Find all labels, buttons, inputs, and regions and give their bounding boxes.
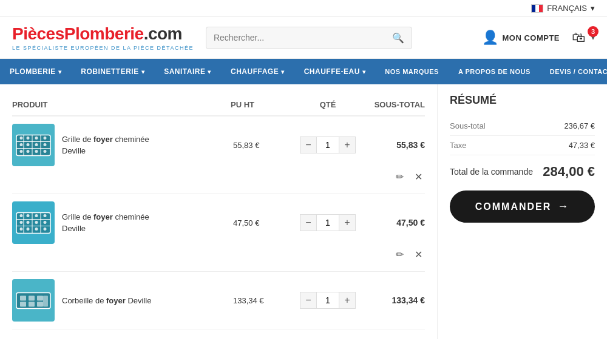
search-input[interactable] <box>206 27 385 48</box>
product-cell-3: Corbeille de foyer Deville <box>12 279 231 322</box>
remove-button-2[interactable]: ✕ <box>412 248 425 261</box>
nav-item-nos-marques[interactable]: NOS MARQUES <box>375 59 449 84</box>
product-qty-cell-2: − + <box>291 214 364 231</box>
commander-button[interactable]: COMMANDER → <box>450 190 595 223</box>
nav-chevron-robinetterie: ▾ <box>141 69 145 75</box>
qty-decrease-1[interactable]: − <box>300 136 317 153</box>
qty-decrease-3[interactable]: − <box>300 292 317 309</box>
nav-label-sanitaire: SANITAIRE <box>164 67 205 76</box>
cart-table-header: PRODUIT PU HT QTÉ SOUS-TOTAL <box>12 94 425 116</box>
search-button[interactable]: 🔍 <box>385 27 412 49</box>
nav-item-chauffe-eau[interactable]: CHAUFFE-EAU ▾ <box>294 59 376 84</box>
cart-badge: 3 <box>588 26 599 37</box>
nav-item-chauffage[interactable]: CHAUFFAGE ▾ <box>221 59 294 84</box>
edit-button-2[interactable]: ✏ <box>393 248 406 261</box>
svg-point-26 <box>20 214 23 217</box>
top-bar: FRANÇAIS ▾ <box>0 0 607 17</box>
svg-point-10 <box>27 136 30 140</box>
svg-rect-43 <box>20 302 26 306</box>
remove-button-1[interactable]: ✕ <box>412 170 425 184</box>
logo-title: PiècesPlomberie.com <box>12 24 194 44</box>
cart-row-actions-2: ✏ ✕ <box>12 244 425 264</box>
nav-item-devis[interactable]: DEVIS / CONTACT <box>540 59 607 84</box>
qty-increase-3[interactable]: + <box>339 292 356 309</box>
svg-point-36 <box>44 221 47 224</box>
edit-button-1[interactable]: ✏ <box>393 170 406 184</box>
nav-label-robinetterie: ROBINETTERIE <box>81 67 138 76</box>
col-header-qte: QTÉ <box>291 100 364 109</box>
account-button[interactable]: 👤 MON COMPTE <box>482 30 560 46</box>
cart-row-main-1: Grille de foyer cheminéeDeville 55,83 € … <box>12 124 425 166</box>
main-content: PRODUIT PU HT QTÉ SOUS-TOTAL <box>0 84 607 339</box>
product-cell-1: Grille de foyer cheminéeDeville <box>12 124 231 166</box>
svg-point-32 <box>35 214 38 217</box>
total-label: Total de la commande <box>450 166 533 177</box>
logo-subtitle: LE SPÉCIALISTE EUROPÉEN DE LA PIÈCE DÉTA… <box>12 45 194 51</box>
svg-point-37 <box>44 228 47 231</box>
nav-label-nos-marques: NOS MARQUES <box>385 68 439 75</box>
cart-button[interactable]: 🛍 3 ▾ <box>572 30 595 46</box>
product-image-1 <box>15 129 52 162</box>
qty-input-2[interactable] <box>317 214 339 231</box>
svg-point-11 <box>27 143 30 146</box>
summary-line-sous-total: Sous-total 236,67 € <box>450 116 595 136</box>
product-qty-cell-1: − + <box>291 136 364 153</box>
cart-icon: 🛍 <box>572 30 585 46</box>
product-thumb-2 <box>12 201 55 244</box>
qty-decrease-2[interactable]: − <box>300 214 317 231</box>
cart-row-main-3: Corbeille de foyer Deville 133,34 € − + … <box>12 279 425 322</box>
qty-input-3[interactable] <box>317 292 339 309</box>
nav-label-chauffage: CHAUFFAGE <box>231 67 279 76</box>
language-label: FRANÇAIS <box>547 4 587 13</box>
svg-point-33 <box>35 221 38 224</box>
svg-point-18 <box>44 150 47 153</box>
cart-row-actions-1: ✏ ✕ <box>12 166 425 186</box>
svg-rect-42 <box>37 295 43 300</box>
product-price-2: 47,50 € <box>231 218 291 228</box>
summary-section: RÉSUMÉ Sous-total 236,67 € Taxe 47,33 € … <box>437 84 607 339</box>
sous-total-label: Sous-total <box>450 121 486 130</box>
svg-point-35 <box>44 214 47 217</box>
svg-point-34 <box>35 228 38 231</box>
nav-item-plomberie[interactable]: PLOMBERIE ▾ <box>0 59 71 84</box>
cart-row: Grille de foyer cheminéeDeville 55,83 € … <box>12 116 425 194</box>
svg-point-28 <box>20 228 23 231</box>
nav-item-a-propos[interactable]: A PROPOS DE NOUS <box>449 59 540 84</box>
search-bar: 🔍 <box>206 27 412 49</box>
cart-section: PRODUIT PU HT QTÉ SOUS-TOTAL <box>0 84 437 339</box>
summary-line-taxe: Taxe 47,33 € <box>450 136 595 155</box>
product-subtotal-1: 55,83 € <box>364 140 425 150</box>
lang-chevron-icon: ▾ <box>591 4 595 13</box>
commander-label: COMMANDER <box>475 201 552 212</box>
logo[interactable]: PiècesPlomberie.com LE SPÉCIALISTE EUROP… <box>12 24 194 51</box>
language-selector[interactable]: FRANÇAIS ▾ <box>531 4 595 13</box>
taxe-label: Taxe <box>450 141 466 150</box>
product-cell-2: Grille de foyer cheminéeDeville <box>12 201 231 244</box>
total-value: 284,00 € <box>543 164 595 180</box>
qty-input-1[interactable] <box>317 136 339 153</box>
nav-chevron-sanitaire: ▾ <box>208 69 211 75</box>
cart-row-3: Corbeille de foyer Deville 133,34 € − + … <box>12 272 425 329</box>
svg-point-15 <box>35 150 38 153</box>
product-name-2: Grille de foyer cheminéeDeville <box>62 211 149 235</box>
product-thumb-3 <box>12 279 55 322</box>
nav-item-sanitaire[interactable]: SANITAIRE ▾ <box>154 59 221 84</box>
svg-point-7 <box>20 136 23 140</box>
qty-increase-2[interactable]: + <box>339 214 356 231</box>
svg-rect-41 <box>29 295 35 300</box>
main-nav: PLOMBERIE ▾ ROBINETTERIE ▾ SANITAIRE ▾ C… <box>0 59 607 84</box>
product-name-3: Corbeille de foyer Deville <box>62 295 151 307</box>
cart-row-main-2: Grille de foyer cheminéeDeville 47,50 € … <box>12 201 425 244</box>
nav-label-devis: DEVIS / CONTACT <box>550 67 607 76</box>
product-image-3 <box>15 284 52 317</box>
nav-item-robinetterie[interactable]: ROBINETTERIE ▾ <box>71 59 154 84</box>
qty-increase-1[interactable]: + <box>339 136 356 153</box>
header: PiècesPlomberie.com LE SPÉCIALISTE EUROP… <box>0 17 607 59</box>
product-subtotal-3: 133,34 € <box>364 295 425 305</box>
nav-label-plomberie: PLOMBERIE <box>10 67 56 76</box>
nav-label-chauffe-eau: CHAUFFE-EAU <box>304 67 360 76</box>
account-icon: 👤 <box>482 30 499 46</box>
svg-point-14 <box>35 143 38 146</box>
product-price-1: 55,83 € <box>231 141 291 150</box>
svg-rect-45 <box>37 302 43 306</box>
